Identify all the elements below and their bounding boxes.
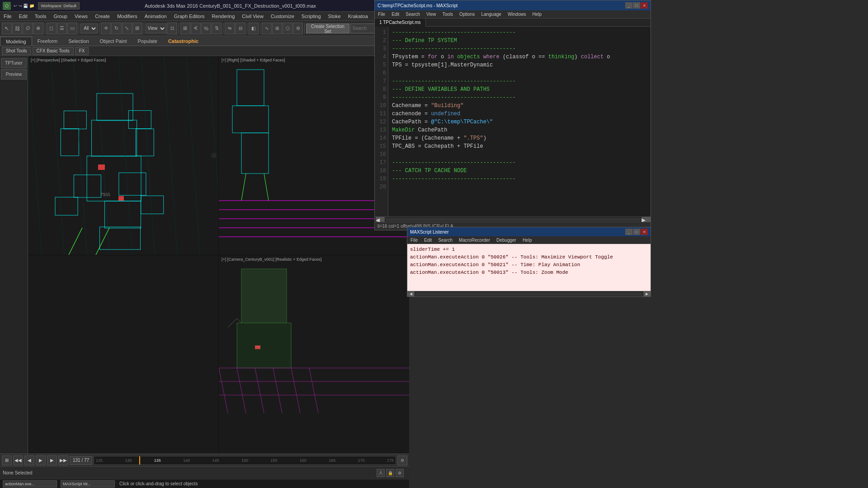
- render-setup-button[interactable]: ⚙: [293, 23, 303, 34]
- mirror-button[interactable]: ⇋: [225, 23, 235, 34]
- menu-modifiers[interactable]: Modifiers: [113, 14, 141, 19]
- select-by-name-button[interactable]: ☰: [57, 23, 67, 34]
- tab-object-paint[interactable]: Object Paint: [94, 37, 132, 46]
- listener-minimize-button[interactable]: _: [625, 229, 632, 235]
- menu-create[interactable]: Create: [91, 14, 113, 19]
- listener-close-button[interactable]: ✕: [641, 229, 648, 235]
- menu-customize[interactable]: Customize: [267, 14, 298, 19]
- play-button[interactable]: ▶: [36, 455, 46, 465]
- scale-button[interactable]: ⤡: [122, 23, 132, 34]
- script-menu-options[interactable]: Options: [456, 12, 478, 17]
- listener-menu-file[interactable]: File: [407, 238, 421, 243]
- tab-selection[interactable]: Selection: [63, 37, 94, 46]
- script-editor-title-bar: C:\temp\TPCacheScript.ms - MAXScript _ □…: [375, 0, 651, 10]
- move-button[interactable]: ✛: [101, 23, 111, 34]
- bind-to-space-warp-button[interactable]: ⊕: [33, 23, 43, 34]
- script-tab-active[interactable]: 1 TPCacheScript.ms: [375, 19, 426, 27]
- listener-scroll-track[interactable]: [415, 292, 642, 296]
- menu-tools[interactable]: Tools: [31, 14, 50, 19]
- select-tool-button[interactable]: ↖: [2, 23, 12, 34]
- time-config-button[interactable]: ⚙: [397, 455, 407, 465]
- timeline-scrubber[interactable]: 125 130 135 140 145 150 155 160 165 170 …: [94, 456, 396, 465]
- menu-scripting[interactable]: Scripting: [298, 14, 325, 19]
- unlink-button[interactable]: ∅: [23, 23, 33, 34]
- hscroll-track[interactable]: [386, 218, 641, 221]
- tab-populate[interactable]: Populate: [132, 37, 162, 46]
- rotate-button[interactable]: ↻: [111, 23, 121, 34]
- workspace-dropdown[interactable]: Workspace: Default: [38, 2, 80, 9]
- code-content[interactable]: -------------------------------------- -…: [388, 27, 651, 216]
- preview-button[interactable]: Preview: [1, 69, 27, 80]
- viewport-bottom-left[interactable]: [28, 255, 218, 454]
- script-menu-file[interactable]: File: [375, 12, 388, 17]
- tp-tuner-button[interactable]: TPTuner: [1, 58, 27, 68]
- cfx-basic-tools-button[interactable]: CFX Basic Tools: [33, 47, 74, 55]
- curve-editor-button[interactable]: ∿: [262, 23, 272, 34]
- select-button[interactable]: ◻: [47, 23, 57, 34]
- script-menu-edit[interactable]: Edit: [388, 12, 402, 17]
- script-menu-windows[interactable]: Windows: [505, 12, 529, 17]
- schematic-view-button[interactable]: ⊞: [272, 23, 282, 34]
- snap-button[interactable]: ⊞: [180, 23, 190, 34]
- listener-debugger[interactable]: Debugger: [493, 238, 519, 243]
- menu-civil-view[interactable]: Civil View: [238, 14, 267, 19]
- menu-file[interactable]: File: [0, 14, 15, 19]
- code-hscrollbar[interactable]: ◀ ▶: [375, 216, 651, 222]
- link-button[interactable]: ⛓: [12, 23, 22, 34]
- filter-dropdown[interactable]: All: [80, 23, 98, 33]
- pivot-button[interactable]: ⊡: [167, 23, 177, 34]
- material-editor-button[interactable]: ⬡: [283, 23, 292, 34]
- menu-animation[interactable]: Animation: [141, 14, 170, 19]
- listener-menu-search[interactable]: Search: [435, 238, 456, 243]
- menu-views[interactable]: Views: [71, 14, 91, 19]
- create-selection-button[interactable]: Create Selection Set: [306, 23, 349, 33]
- listener-menu-help[interactable]: Help: [519, 238, 535, 243]
- listener-hscrollbar[interactable]: ◀ ▶: [407, 291, 651, 296]
- taskbar-actionman[interactable]: actionMan.exe...: [3, 480, 57, 488]
- hscroll-right[interactable]: ▶: [642, 217, 651, 222]
- shot-tools-button[interactable]: Shot Tools: [2, 47, 31, 55]
- listener-scroll-left[interactable]: ◀: [407, 291, 415, 297]
- menu-graph-editors[interactable]: Graph Editors: [170, 14, 208, 19]
- percent-snap-button[interactable]: %: [201, 23, 211, 34]
- next-key-button[interactable]: ▶: [47, 455, 57, 465]
- prev-key-button[interactable]: ◀: [24, 455, 34, 465]
- script-menu-search[interactable]: Search: [402, 12, 423, 17]
- listener-menu-edit[interactable]: Edit: [421, 238, 435, 243]
- spinner-snap-button[interactable]: ⇅: [212, 23, 222, 34]
- script-menu-view[interactable]: View: [423, 12, 439, 17]
- layer-manager-button[interactable]: ◧: [249, 23, 259, 34]
- script-maximize-button[interactable]: □: [633, 2, 640, 9]
- script-close-button[interactable]: ✕: [641, 2, 648, 9]
- menu-edit[interactable]: Edit: [15, 14, 31, 19]
- reference-coord-dropdown[interactable]: View: [146, 23, 167, 33]
- placement-button[interactable]: ⊞: [132, 23, 142, 34]
- tab-catastrophic[interactable]: Catastrophic: [163, 37, 204, 46]
- script-menu-tools[interactable]: Tools: [439, 12, 456, 17]
- script-menu-help[interactable]: Help: [529, 12, 545, 17]
- next-frame-button[interactable]: ▶▶: [58, 455, 68, 465]
- angle-snap-button[interactable]: ∢: [191, 23, 201, 34]
- viewport-camera[interactable]: [+] [Camera_CenturyB_v001] [Realistic + …: [219, 255, 409, 454]
- listener-maximize-button[interactable]: □: [633, 229, 640, 235]
- align-button[interactable]: ⊟: [235, 23, 245, 34]
- tab-modeling[interactable]: Modeling: [0, 37, 32, 46]
- script-menu-language[interactable]: Language: [478, 12, 505, 17]
- menu-group[interactable]: Group: [50, 14, 71, 19]
- fx-button[interactable]: FX: [75, 47, 89, 55]
- viewport-perspective[interactable]: [+] [Perspective] [Shaded + Edged Faces]: [28, 56, 218, 255]
- prev-frame-button[interactable]: ◀◀: [13, 455, 23, 465]
- frame-counter[interactable]: 131 / 77: [70, 456, 92, 465]
- rect-select-button[interactable]: ▭: [67, 23, 77, 34]
- menu-rendering[interactable]: Rendering: [208, 14, 239, 19]
- listener-content[interactable]: sliderTime += 1 actionMan.executeAction …: [407, 244, 651, 291]
- menu-krakatoa[interactable]: Krakatoa: [344, 14, 372, 19]
- tab-freeform[interactable]: Freeform: [32, 37, 63, 46]
- listener-macro-recorder[interactable]: MacroRecorder: [456, 238, 493, 243]
- taskbar-maxscript[interactable]: MAXScript Mi...: [61, 480, 115, 488]
- listener-scroll-right[interactable]: ▶: [643, 291, 651, 297]
- menu-stoke[interactable]: Stoke: [325, 14, 344, 19]
- key-mode-button[interactable]: ⊞: [2, 455, 12, 465]
- script-minimize-button[interactable]: _: [625, 2, 632, 9]
- hscroll-left[interactable]: ◀: [376, 217, 385, 222]
